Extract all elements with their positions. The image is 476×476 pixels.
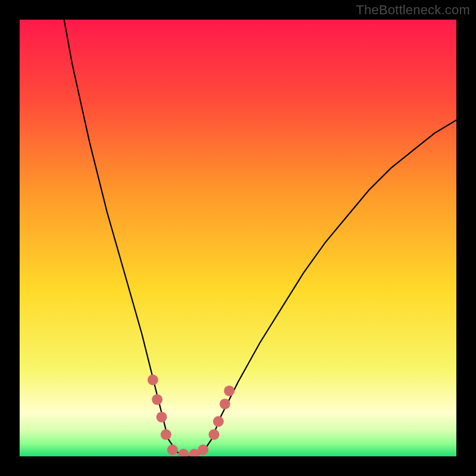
curve-marker <box>198 444 208 455</box>
gradient-bg <box>20 20 456 456</box>
curve-marker <box>161 429 171 440</box>
curve-marker <box>167 444 178 455</box>
curve-marker <box>224 386 234 396</box>
chart-svg <box>20 20 456 456</box>
watermark-text: TheBottleneck.com <box>356 2 470 18</box>
chart-plot-area <box>20 20 456 456</box>
curve-marker <box>209 429 220 440</box>
curve-marker <box>220 399 230 409</box>
curve-marker <box>156 412 167 422</box>
curve-marker <box>213 416 224 427</box>
curve-marker <box>152 394 162 405</box>
curve-marker <box>148 375 158 386</box>
